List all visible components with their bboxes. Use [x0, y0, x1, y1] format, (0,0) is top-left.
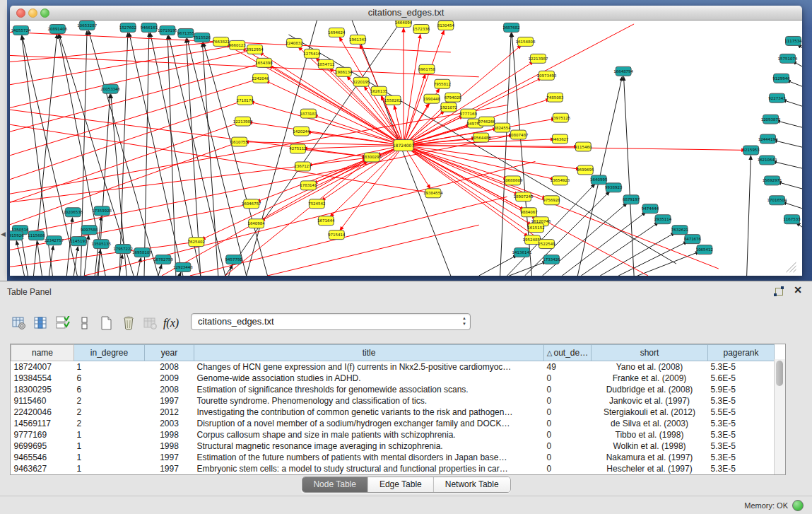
graph-node[interactable]: 16046757 [242, 199, 261, 209]
graph-node[interactable]: 1654398 [255, 58, 273, 67]
table-mode-icon[interactable] [10, 314, 28, 332]
column-header-title[interactable]: title [194, 345, 544, 361]
graph-node[interactable]: 13975125 [551, 113, 570, 122]
graph-node[interactable]: 16210643 [758, 156, 777, 165]
graph-node[interactable]: 8130454 [437, 21, 455, 30]
graph-node[interactable]: 1065412 [696, 245, 713, 255]
graph-node[interactable]: 9660123 [228, 40, 246, 49]
column-header-short[interactable]: short [592, 345, 708, 361]
graph-node[interactable]: 9671355 [177, 28, 194, 37]
graph-node[interactable]: 10719195 [158, 25, 177, 35]
graph-node[interactable]: 7524542 [308, 199, 325, 209]
graph-node[interactable]: 1671644 [317, 216, 335, 226]
close-panel-icon[interactable]: ✕ [794, 284, 802, 296]
graph-node[interactable]: 14136141 [512, 248, 532, 257]
graph-node[interactable]: 7485083 [546, 93, 564, 102]
graph-node[interactable]: 6794028 [445, 93, 462, 102]
column-header-in-degree[interactable]: in_degree [74, 345, 145, 361]
graph-node[interactable]: 1115686 [28, 231, 45, 240]
select-rows-icon[interactable] [54, 314, 72, 332]
column-header-pagerank[interactable]: pagerank [708, 345, 775, 361]
graph-node[interactable]: 14055724 [11, 25, 31, 35]
graph-node[interactable]: 9097588 [81, 226, 98, 235]
graph-node[interactable]: 1167533 [783, 215, 801, 224]
table-scrollbar-thumb[interactable] [776, 361, 783, 386]
graph-node[interactable]: 9884067 [520, 208, 538, 217]
table-row[interactable]: 1938455462009Genome-wide association stu… [11, 373, 775, 384]
graph-node[interactable]: 1527602 [119, 23, 136, 32]
show-columns-icon[interactable] [32, 314, 50, 332]
window-resize-grip[interactable] [787, 262, 796, 272]
graph-node[interactable]: 2367127 [294, 162, 312, 171]
graph-node[interactable]: 9699695 [577, 165, 594, 175]
graph-node[interactable]: 13654923 [550, 176, 570, 185]
window-titlebar[interactable]: citations_edges.txt [10, 6, 802, 21]
graph-node[interactable]: 17957222 [113, 245, 133, 254]
graph-node[interactable]: 9115460 [575, 142, 592, 151]
delete-column-icon[interactable] [119, 314, 138, 332]
tab-node-table[interactable]: Node Table [302, 477, 368, 492]
function-builder-icon[interactable]: f(x) [163, 314, 182, 332]
graph-node[interactable]: 12342757 [44, 236, 64, 245]
graph-node[interactable]: 1640995 [590, 175, 607, 185]
graph-node[interactable]: 7955812 [434, 79, 451, 88]
graph-node[interactable]: 10688609 [503, 176, 523, 185]
citation-network-graph[interactable]: 1405572420891406106532871527602946616110… [10, 21, 802, 276]
graph-node[interactable]: 1572336 [413, 24, 430, 33]
graph-node[interactable]: 20891406 [47, 24, 67, 33]
panel-collapse-arrow-icon[interactable]: ◀ [1, 230, 6, 238]
table-row[interactable]: 1830029562008Estimation of significance … [11, 384, 775, 395]
memory-status-label[interactable]: Memory: OK [744, 501, 788, 510]
graph-node[interactable]: 15692971 [763, 176, 782, 185]
graph-node[interactable]: 2242046 [252, 74, 269, 83]
toggle-view-icon[interactable] [76, 314, 94, 332]
graph-node[interactable]: 20206536 [63, 208, 83, 217]
graph-node[interactable]: 9457791 [225, 255, 242, 264]
graph-node[interactable]: 6879197 [623, 195, 640, 204]
graph-node[interactable]: 4275112 [289, 144, 306, 153]
graph-node[interactable]: 7632621 [671, 226, 688, 235]
graph-node[interactable]: 1990448 [423, 94, 441, 103]
graph-node[interactable]: 2240832 [286, 38, 302, 47]
graph-node[interactable]: 7515526 [194, 33, 211, 42]
graph-node[interactable]: 1275416 [303, 49, 321, 58]
table-row[interactable]: 969969511998Structural magnetic resonanc… [11, 440, 775, 452]
graph-node[interactable]: 9474444 [642, 204, 659, 214]
graph-node[interactable]: 3220195 [353, 77, 370, 86]
graph-node[interactable]: 8471676 [684, 235, 702, 244]
graph-node[interactable]: 20564486 [471, 133, 491, 142]
graph-node[interactable]: 9938923 [605, 183, 623, 192]
graph-node[interactable]: 2718176 [236, 95, 254, 105]
table-row[interactable]: 2242004622012Investigating the contribut… [11, 407, 775, 418]
graph-node[interactable]: 7625402 [188, 238, 205, 247]
graph-node[interactable]: 3915926 [10, 231, 24, 240]
graph-node[interactable]: 9227343 [768, 93, 786, 103]
graph-node[interactable]: 2522549 [538, 240, 555, 249]
graph-node[interactable]: 1117534 [784, 36, 802, 45]
graph-node[interactable]: 1558262 [384, 95, 401, 105]
graph-node[interactable]: 1640984 [247, 219, 265, 228]
graph-node[interactable]: 9466161 [141, 23, 158, 32]
graph-node[interactable]: 7663822 [213, 37, 230, 46]
network-view-window[interactable]: citations_edges.txt 14055724208914061065… [10, 6, 802, 276]
table-row[interactable]: 946554611997Estimation of the future num… [11, 452, 775, 463]
graph-node[interactable]: 1420244 [293, 127, 310, 136]
graph-node[interactable]: 10653287 [77, 21, 97, 30]
table-scrollbar[interactable] [774, 359, 785, 474]
graph-node[interactable]: 18724007 [393, 140, 415, 151]
graph-node[interactable]: 3824554 [493, 123, 511, 132]
graph-node[interactable]: 1664094 [395, 21, 413, 27]
graph-node[interactable]: 1854712 [317, 59, 334, 69]
graph-node[interactable]: 9715414 [328, 230, 346, 240]
graph-node[interactable]: 17359928 [92, 206, 112, 216]
graph-node[interactable]: 10973493 [537, 71, 557, 80]
graph-node[interactable]: 1610755 [230, 137, 247, 146]
graph-node[interactable]: 18300295 [362, 153, 382, 162]
tab-edge-table[interactable]: Edge Table [368, 477, 434, 492]
delete-table-icon[interactable] [141, 314, 160, 332]
graph-node[interactable]: 1626135 [370, 86, 387, 95]
graph-node[interactable]: 1873183 [300, 109, 317, 118]
graph-node[interactable]: 1694624 [328, 28, 346, 37]
table-header-row[interactable]: name in_degree year title △out_de… short… [11, 345, 775, 361]
tab-network-table[interactable]: Network Table [434, 477, 510, 492]
